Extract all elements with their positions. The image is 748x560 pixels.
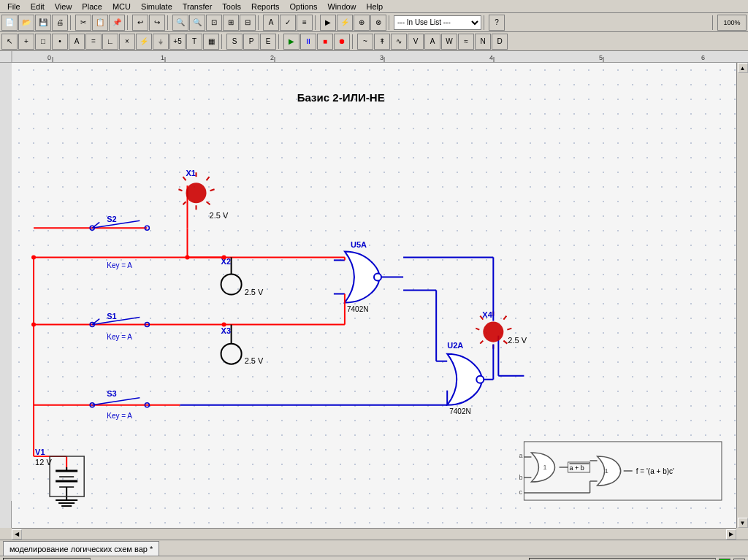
menu-help[interactable]: Help — [362, 1, 388, 12]
logic-analyzer-tool[interactable]: ↟ — [374, 34, 390, 50]
horizontal-scrollbar[interactable]: ◀ ▶ — [12, 528, 736, 540]
svg-text:S3: S3 — [107, 389, 116, 398]
svg-point-70 — [221, 344, 242, 364]
menu-options[interactable]: Options — [286, 1, 322, 12]
in-use-list-dropdown[interactable]: --- In Use List --- — [394, 15, 481, 30]
record-button[interactable]: ⏺ — [334, 34, 350, 50]
vertical-ruler — [0, 63, 12, 528]
no-connect-tool[interactable]: × — [119, 34, 135, 50]
svg-text:X3: X3 — [221, 326, 231, 335]
statusbar: Моделирование логических схем в Tran: 1.… — [0, 556, 748, 560]
netlist-button[interactable]: ≡ — [297, 15, 313, 31]
power-tool[interactable]: ⚡ — [136, 34, 152, 50]
cut-button[interactable]: ✂ — [75, 15, 91, 31]
spice-pro-tool[interactable]: P — [243, 34, 259, 50]
menu-mcu[interactable]: MCU — [108, 1, 135, 12]
text-tool[interactable]: T — [186, 34, 202, 50]
simulate-button[interactable]: ▶ — [320, 15, 336, 31]
svg-point-66 — [221, 274, 242, 294]
svg-text:S2: S2 — [107, 215, 116, 223]
network-tool[interactable]: N — [475, 34, 491, 50]
paste-button[interactable]: 📌 — [109, 15, 125, 31]
toolbar1: 📄 📂 💾 🖨 ✂ 📋 📌 ↩ ↪ 🔍 🔍 ⊡ ⊞ ⊟ A ✓ ≡ ▶ ⚡ ⊕ … — [0, 13, 748, 32]
vcc-tool[interactable]: +5 — [169, 34, 186, 50]
undo-button[interactable]: ↩ — [132, 15, 148, 31]
svg-point-98 — [374, 273, 381, 280]
wire-label-tool[interactable]: A — [69, 34, 85, 50]
distortion-tool[interactable]: D — [492, 34, 508, 50]
bus-entry-tool[interactable]: ∟ — [102, 34, 118, 50]
svg-text:2.5 V: 2.5 V — [210, 211, 229, 220]
oscilloscope-tool[interactable]: ~ — [357, 34, 373, 50]
pause-button[interactable]: ⏸ — [300, 34, 316, 50]
menu-place[interactable]: Place — [77, 1, 107, 12]
svg-text:4: 4 — [489, 54, 493, 61]
svg-point-131 — [222, 255, 226, 259]
svg-text:2: 2 — [270, 54, 274, 61]
menu-view[interactable]: View — [50, 1, 77, 12]
function-gen-tool[interactable]: ∿ — [391, 34, 407, 50]
svg-line-81 — [178, 189, 182, 191]
svg-text:1: 1 — [161, 54, 164, 61]
svg-text:f = '(a + b)c': f = '(a + b)c' — [636, 467, 674, 475]
zoom-fit-button[interactable]: ⊡ — [206, 15, 222, 31]
stop-button[interactable]: ■ — [317, 34, 333, 50]
simulate2-button[interactable]: ⚡ — [337, 15, 353, 31]
bus-tool[interactable]: = — [85, 34, 102, 50]
svg-text:2.5 V: 2.5 V — [245, 288, 264, 297]
ground-tool[interactable]: ⏚ — [153, 34, 169, 50]
zoom-out-button[interactable]: 🔍 — [189, 15, 205, 31]
svg-point-132 — [31, 323, 36, 327]
save-button[interactable]: 💾 — [35, 15, 51, 31]
zoom-region-button[interactable]: ⊞ — [223, 15, 239, 31]
menu-transfer[interactable]: Transfer — [178, 1, 217, 12]
spectrum-tool[interactable]: ≈ — [458, 34, 474, 50]
print-button[interactable]: 🖨 — [52, 15, 68, 31]
new-button[interactable]: 📄 — [1, 15, 18, 31]
svg-point-85 — [483, 322, 503, 342]
svg-text:1: 1 — [605, 467, 608, 475]
menu-tools[interactable]: Tools — [218, 1, 245, 12]
menu-edit[interactable]: Edit — [26, 1, 49, 12]
tab-schematic[interactable]: моделирование логических схем вар * — [3, 541, 159, 556]
simulate3-button[interactable]: ⊕ — [354, 15, 370, 31]
spice-epi-tool[interactable]: E — [260, 34, 276, 50]
extra-button[interactable]: 100% — [717, 15, 747, 31]
status-left — [3, 558, 91, 561]
svg-text:U2A: U2A — [447, 341, 463, 350]
help-button[interactable]: ? — [489, 15, 505, 31]
menu-file[interactable]: File — [3, 1, 25, 12]
redo-button[interactable]: ↪ — [149, 15, 165, 31]
tab-bar: моделирование логических схем вар * — [0, 540, 748, 556]
drc-button[interactable]: ✓ — [280, 15, 296, 31]
junction-tool[interactable]: • — [52, 34, 68, 50]
wattmeter-tool[interactable]: W — [441, 34, 457, 50]
menu-simulate[interactable]: Simulate — [137, 1, 177, 12]
pointer-tool[interactable]: ↖ — [1, 34, 18, 50]
svg-text:1: 1 — [543, 464, 546, 471]
open-button[interactable]: 📂 — [18, 15, 34, 31]
voltmeter-tool[interactable]: V — [408, 34, 424, 50]
svg-text:Key = A: Key = A — [107, 333, 132, 341]
cross-tool[interactable]: + — [18, 34, 34, 50]
svg-text:b: b — [519, 474, 522, 481]
component-tool[interactable]: □ — [35, 34, 51, 50]
ammeter-tool[interactable]: A — [424, 34, 440, 50]
svg-text:7402N: 7402N — [347, 305, 369, 313]
run-button[interactable]: ▶ — [283, 34, 299, 50]
hier-block-tool[interactable]: ▦ — [203, 34, 219, 50]
vertical-scrollbar[interactable]: ▲ ▼ — [736, 63, 748, 528]
svg-text:5: 5 — [599, 54, 603, 61]
schematic-canvas[interactable]: Базис 2-ИЛИ-НЕ — [12, 63, 736, 528]
svg-text:3: 3 — [380, 54, 383, 61]
simulate4-button[interactable]: ⊗ — [370, 15, 386, 31]
copy-button[interactable]: 📋 — [92, 15, 108, 31]
menu-reports[interactable]: Reports — [247, 1, 284, 12]
zoom-in-button[interactable]: 🔍 — [172, 15, 188, 31]
spice-cmd-tool[interactable]: S — [226, 34, 243, 50]
menu-window[interactable]: Window — [323, 1, 360, 12]
svg-text:2.5 V: 2.5 V — [245, 356, 264, 365]
zoom-all-button[interactable]: ⊟ — [240, 15, 256, 31]
svg-line-91 — [480, 341, 483, 344]
annotate-button[interactable]: A — [263, 15, 279, 31]
